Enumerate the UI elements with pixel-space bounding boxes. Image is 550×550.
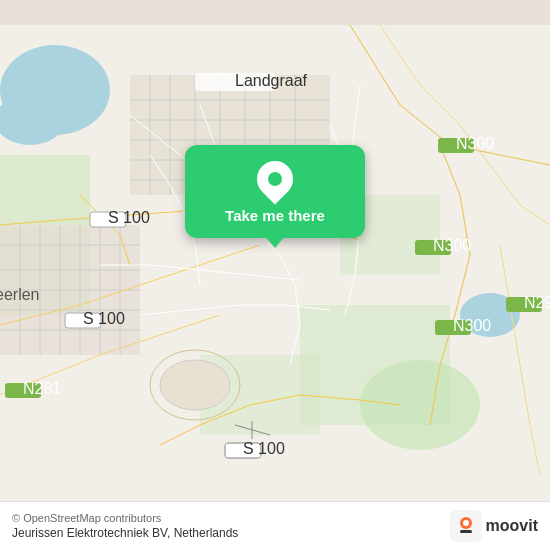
map-container: Landgraaf N300 N300 N300 N299 N281 S 100… bbox=[0, 0, 550, 550]
svg-text:eerlen: eerlen bbox=[0, 286, 39, 303]
place-name: Jeurissen Elektrotechniek BV, Netherland… bbox=[12, 526, 238, 540]
attribution-section: © OpenStreetMap contributors Jeurissen E… bbox=[12, 512, 238, 540]
location-pin-icon bbox=[250, 154, 301, 205]
bottom-bar: © OpenStreetMap contributors Jeurissen E… bbox=[0, 501, 550, 550]
svg-text:S 100: S 100 bbox=[83, 310, 125, 327]
moovit-logo-icon bbox=[450, 510, 482, 542]
moovit-logo: moovit bbox=[450, 510, 538, 542]
svg-text:N300: N300 bbox=[456, 135, 494, 152]
svg-text:S 100: S 100 bbox=[243, 440, 285, 457]
svg-text:N299: N299 bbox=[524, 294, 550, 311]
moovit-brand-text: moovit bbox=[486, 517, 538, 535]
map-background: Landgraaf N300 N300 N300 N299 N281 S 100… bbox=[0, 0, 550, 550]
svg-point-7 bbox=[360, 360, 480, 450]
svg-rect-62 bbox=[460, 530, 472, 533]
svg-point-61 bbox=[463, 520, 469, 526]
take-me-there-button[interactable]: Take me there bbox=[225, 207, 325, 224]
svg-text:S 100: S 100 bbox=[108, 209, 150, 226]
attribution-text: © OpenStreetMap contributors bbox=[12, 512, 238, 524]
svg-text:N300: N300 bbox=[453, 317, 491, 334]
action-card[interactable]: Take me there bbox=[185, 145, 365, 238]
svg-text:N281: N281 bbox=[23, 380, 61, 397]
svg-point-55 bbox=[160, 360, 230, 410]
svg-text:N300: N300 bbox=[433, 237, 471, 254]
svg-text:Landgraaf: Landgraaf bbox=[235, 72, 308, 89]
